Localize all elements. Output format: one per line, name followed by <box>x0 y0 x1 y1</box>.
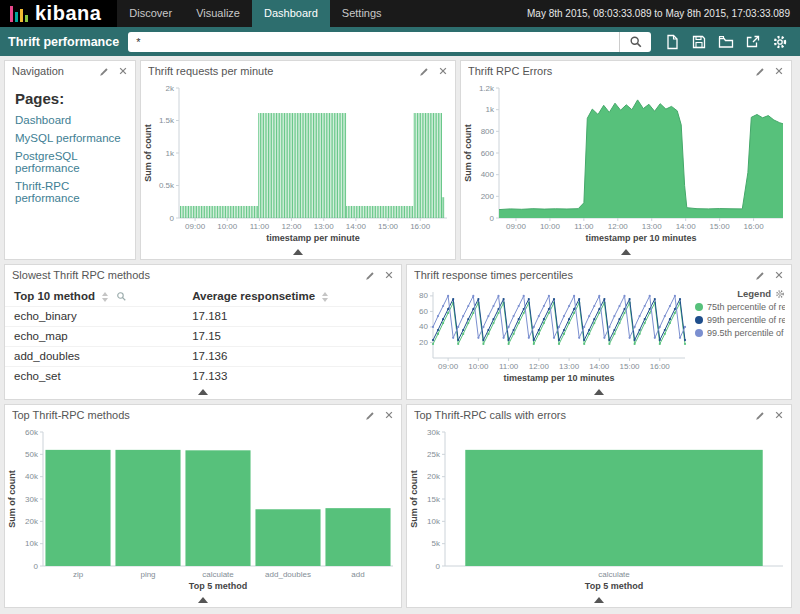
svg-text:30k: 30k <box>427 428 441 437</box>
kibana-logo-icon <box>10 5 28 22</box>
nav-item-visualize[interactable]: Visualize <box>184 0 252 27</box>
svg-text:30k: 30k <box>25 495 39 504</box>
dashboard-toolbar <box>660 34 792 50</box>
legend-item[interactable]: 99.5th percentile of re... <box>695 328 785 338</box>
sort-carets-icon[interactable] <box>322 292 328 302</box>
close-icon[interactable] <box>384 410 394 420</box>
svg-text:20k: 20k <box>25 517 39 526</box>
save-dashboard-icon[interactable] <box>691 34 707 50</box>
svg-text:09:00: 09:00 <box>438 362 459 371</box>
close-icon[interactable] <box>118 66 128 76</box>
table-row[interactable]: add_doubles17.136 <box>5 347 401 367</box>
svg-text:timestamp per minute: timestamp per minute <box>266 233 360 243</box>
svg-text:11:00: 11:00 <box>574 222 594 231</box>
svg-text:13:00: 13:00 <box>642 222 663 231</box>
table-row[interactable]: echo_binary17.181 <box>5 307 401 327</box>
svg-text:15:00: 15:00 <box>620 362 641 371</box>
svg-text:60: 60 <box>419 307 428 316</box>
svg-text:Sum of count: Sum of count <box>463 124 473 182</box>
svg-text:timestamp per 10 minutes: timestamp per 10 minutes <box>503 373 614 383</box>
svg-text:Sum of count: Sum of count <box>409 470 419 528</box>
edit-pencil-icon[interactable] <box>365 270 376 281</box>
page-link-thrift-rpc[interactable]: Thrift-RPC performance <box>15 180 125 204</box>
svg-text:Top 5 method: Top 5 method <box>189 581 247 591</box>
percentiles-line-chart[interactable]: 20406080timestamp per 10 minutes09:0010:… <box>407 285 693 386</box>
search-box <box>128 32 651 52</box>
collapse-panel-button[interactable] <box>407 386 791 399</box>
edit-pencil-icon[interactable] <box>365 410 376 421</box>
sort-carets-icon[interactable] <box>102 292 108 302</box>
svg-text:16:00: 16:00 <box>744 222 765 231</box>
svg-text:13:00: 13:00 <box>559 362 580 371</box>
svg-text:calculate: calculate <box>202 570 234 579</box>
close-icon[interactable] <box>438 66 448 76</box>
edit-pencil-icon[interactable] <box>99 66 110 77</box>
close-icon[interactable] <box>384 270 394 280</box>
column-search-icon[interactable] <box>116 291 127 302</box>
requests-bar-chart[interactable]: 00.5k1k1.5k2kSum of counttimestamp per m… <box>141 81 455 246</box>
panel-title: Thrift RPC Errors <box>468 65 755 77</box>
page-link-dashboard[interactable]: Dashboard <box>15 114 125 126</box>
edit-pencil-icon[interactable] <box>419 66 430 77</box>
panel-title: Thrift requests per minute <box>148 65 419 77</box>
edit-pencil-icon[interactable] <box>755 66 766 77</box>
query-bar: Thrift performance <box>0 27 800 56</box>
search-input[interactable] <box>128 32 619 52</box>
svg-text:Sum of count: Sum of count <box>143 124 153 182</box>
svg-text:20: 20 <box>419 338 428 347</box>
edit-pencil-icon[interactable] <box>755 270 766 281</box>
svg-text:800: 800 <box>481 127 495 136</box>
svg-text:09:00: 09:00 <box>185 222 206 231</box>
close-icon[interactable] <box>774 270 784 280</box>
column-header-responsetime[interactable]: Average responsetime <box>183 285 401 307</box>
search-button[interactable] <box>619 32 651 52</box>
share-dashboard-icon[interactable] <box>745 34 761 50</box>
table-row[interactable]: echo_map17.15 <box>5 327 401 347</box>
page-link-postgresql[interactable]: PostgreSQL performance <box>15 150 125 174</box>
kibana-logo[interactable]: kibana <box>0 0 117 27</box>
nav-item-settings[interactable]: Settings <box>330 0 394 27</box>
svg-text:80: 80 <box>419 291 428 300</box>
panel-title: Top Thrift-RPC methods <box>12 409 365 421</box>
collapse-panel-button[interactable] <box>5 386 401 399</box>
collapse-panel-button[interactable] <box>5 594 401 607</box>
legend-item[interactable]: 99th percentile of resp... <box>695 315 785 325</box>
collapse-panel-button[interactable] <box>461 246 791 259</box>
panel-title: Top Thrift-RPC calls with errors <box>414 409 755 421</box>
svg-text:15:00: 15:00 <box>710 222 731 231</box>
legend-settings-icon[interactable] <box>775 289 785 299</box>
nav-item-dashboard[interactable]: Dashboard <box>252 0 330 27</box>
svg-text:10k: 10k <box>25 539 39 548</box>
svg-text:16:00: 16:00 <box>650 362 671 371</box>
new-dashboard-icon[interactable] <box>664 34 680 50</box>
top-errors-bar-chart[interactable]: 05k10k15k20k25k30kSum of countTop 5 meth… <box>407 425 791 594</box>
settings-gear-icon[interactable] <box>772 34 788 50</box>
edit-pencil-icon[interactable] <box>755 410 766 421</box>
page-link-mysql[interactable]: MySQL performance <box>15 132 125 144</box>
collapse-panel-button[interactable] <box>141 246 455 259</box>
errors-area-chart[interactable]: 02004006008001k1.2kSum of counttimestamp… <box>461 81 791 246</box>
svg-text:40: 40 <box>419 322 428 331</box>
svg-text:10k: 10k <box>427 517 441 526</box>
svg-text:60k: 60k <box>25 428 39 437</box>
svg-text:10:00: 10:00 <box>468 362 489 371</box>
svg-text:ping: ping <box>140 570 155 579</box>
table-row[interactable]: echo_set17.133 <box>5 367 401 386</box>
close-icon[interactable] <box>774 66 784 76</box>
time-range-picker[interactable]: May 8th 2015, 08:03:33.089 to May 8th 20… <box>527 8 800 19</box>
column-header-method[interactable]: Top 10 method <box>5 285 183 307</box>
collapse-panel-button[interactable] <box>407 594 791 607</box>
svg-text:200: 200 <box>481 192 495 201</box>
svg-text:14:00: 14:00 <box>346 222 367 231</box>
pages-heading: Pages: <box>15 90 125 107</box>
column-label: Top 10 method <box>14 290 95 302</box>
svg-text:11:00: 11:00 <box>499 362 519 371</box>
load-dashboard-icon[interactable] <box>718 34 734 50</box>
panel-title: Slowest Thrift RPC methods <box>12 269 365 281</box>
svg-text:0.5k: 0.5k <box>159 181 175 190</box>
close-icon[interactable] <box>774 410 784 420</box>
svg-text:Sum of count: Sum of count <box>7 470 17 528</box>
legend-item[interactable]: 75th percentile of resp... <box>695 302 785 312</box>
nav-item-discover[interactable]: Discover <box>117 0 184 27</box>
top-methods-bar-chart[interactable]: 010k20k30k40k50k60kSum of countTop 5 met… <box>5 425 401 594</box>
